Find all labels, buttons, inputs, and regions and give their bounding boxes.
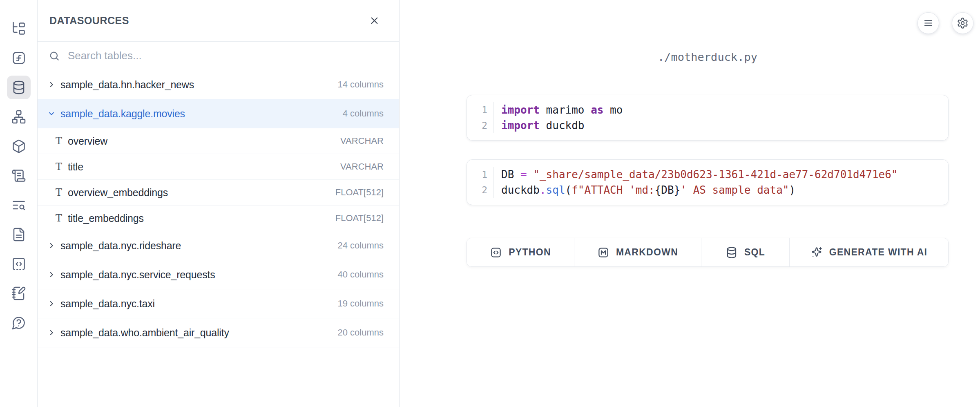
rail-item-snippets[interactable] [7,252,31,276]
scroll-text-icon [11,168,26,183]
code-editor[interactable]: import marimo as mo import duckdb [494,102,623,133]
code-token: . [540,184,546,196]
table-row-ambient-air-quality[interactable]: sample_data.who.ambient_air_quality 20 c… [38,318,399,347]
icon-rail [0,0,38,407]
notebook-pen-icon [11,286,26,301]
file-tree-icon [11,21,26,36]
menu-button[interactable] [917,12,939,34]
rail-item-logs[interactable] [7,164,31,188]
code-editor[interactable]: DB = "_share/sample_data/23b0d623-1361-4… [494,167,898,198]
top-actions [917,12,973,34]
code-token: import [501,119,540,132]
add-button-label: SQL [744,247,765,258]
database-icon [11,80,26,95]
column-row-title-embeddings[interactable]: T title_embeddings FLOAT[512] [38,206,399,231]
code-line: duckdb.sql(f"ATTACH 'md:{DB}' AS sample_… [501,182,898,198]
column-type: FLOAT[512] [335,213,384,224]
rail-item-variables[interactable] [7,46,31,70]
code-token: sql [546,184,565,196]
rail-item-datasources[interactable] [7,76,31,99]
hamburger-menu-icon [922,17,934,29]
table-name: sample_data.kaggle.movies [60,108,343,120]
datasources-panel: DATASOURCES sample_data.hn.hacker_news 1… [38,0,400,407]
help-message-icon [11,315,26,330]
table-name: sample_data.who.ambient_air_quality [60,327,337,339]
file-text-icon [11,227,26,242]
rail-item-dependencies[interactable] [7,105,31,129]
column-type: FLOAT[512] [335,187,384,198]
column-name: title [68,161,340,173]
column-name: overview [68,135,340,147]
add-sql-cell-button[interactable]: SQL [701,238,790,266]
rail-item-help[interactable] [7,311,31,335]
chevron-down-icon [47,109,56,118]
add-python-cell-button[interactable]: PYTHON [467,238,574,266]
code-token: ( [565,184,572,196]
chevron-right-icon [47,241,56,250]
code-token: ) [789,184,795,196]
rail-item-search-logs[interactable] [7,193,31,217]
table-row-rideshare[interactable]: sample_data.nyc.rideshare 24 columns [38,231,399,260]
column-row-title[interactable]: T title VARCHAR [38,154,399,180]
add-button-label: GENERATE WITH AI [829,247,928,258]
rail-item-scratchpad[interactable] [7,282,31,305]
code-cell-attach-db[interactable]: 1 2 DB = "_share/sample_data/23b0d623-13… [467,159,949,205]
table-column-count: 14 columns [337,79,384,90]
search-input[interactable] [68,49,384,62]
column-name: title_embeddings [68,212,335,224]
column-type: VARCHAR [340,161,384,172]
add-button-label: MARKDOWN [616,247,678,258]
add-button-label: PYTHON [509,247,551,258]
column-row-overview-embeddings[interactable]: T overview_embeddings FLOAT[512] [38,180,399,206]
varchar-type-icon: T [54,135,63,147]
code-token: duckdb [540,119,585,132]
settings-button[interactable] [952,12,973,34]
gear-icon [957,17,969,29]
code-token: duckdb [501,184,540,196]
code-token: import [501,104,540,116]
add-markdown-cell-button[interactable]: MARKDOWN [574,238,701,266]
column-name: overview_embeddings [68,187,335,199]
panel-title: DATASOURCES [49,15,129,27]
code-cell-imports[interactable]: 1 2 import marimo as mo import duckdb [467,95,949,141]
code-square-dashed-icon [11,257,26,271]
column-row-overview[interactable]: T overview VARCHAR [38,128,399,154]
table-search-bar [38,42,399,70]
table-name: sample_data.nyc.taxi [60,298,337,310]
varchar-type-icon: T [54,212,63,224]
markdown-square-icon [597,246,609,259]
code-line: DB = "_share/sample_data/23b0d623-1361-4… [501,167,898,182]
table-column-count: 24 columns [337,240,384,251]
table-row-service-requests[interactable]: sample_data.nyc.service_requests 40 colu… [38,260,399,289]
table-column-count: 40 columns [337,269,384,280]
close-icon [369,15,380,26]
code-token: DB [501,168,520,181]
sparkles-icon [810,246,823,259]
search-icon [49,50,60,62]
table-name: sample_data.nyc.rideshare [60,240,337,252]
panel-header: DATASOURCES [38,0,399,42]
code-square-icon [490,246,502,259]
text-search-icon [11,198,26,212]
rail-item-file-explorer[interactable] [7,17,31,40]
code-token: mo [603,104,623,116]
close-panel-button[interactable] [366,13,382,29]
table-column-count: 19 columns [337,298,384,309]
rail-item-documentation[interactable] [7,223,31,246]
chevron-right-icon [47,80,56,89]
line-number: 2 [482,182,487,198]
table-column-count: 4 columns [343,108,384,119]
table-list: sample_data.hn.hacker_news 14 columns sa… [38,70,399,347]
rail-item-packages[interactable] [7,134,31,158]
line-number-gutter: 1 2 [467,102,494,133]
column-type: VARCHAR [340,136,384,146]
line-number: 2 [482,118,487,133]
table-row-taxi[interactable]: sample_data.nyc.taxi 19 columns [38,289,399,318]
database-icon [726,246,738,259]
generate-with-ai-button[interactable]: GENERATE WITH AI [790,238,948,266]
add-cell-bar: PYTHON MARKDOWN SQL GENERATE WITH AI [467,238,949,267]
code-token [527,168,534,181]
table-row-kaggle-movies[interactable]: sample_data.kaggle.movies 4 columns [38,99,399,128]
notebook-filename: ./motherduck.py [467,51,949,65]
table-row-hacker-news[interactable]: sample_data.hn.hacker_news 14 columns [38,70,399,99]
